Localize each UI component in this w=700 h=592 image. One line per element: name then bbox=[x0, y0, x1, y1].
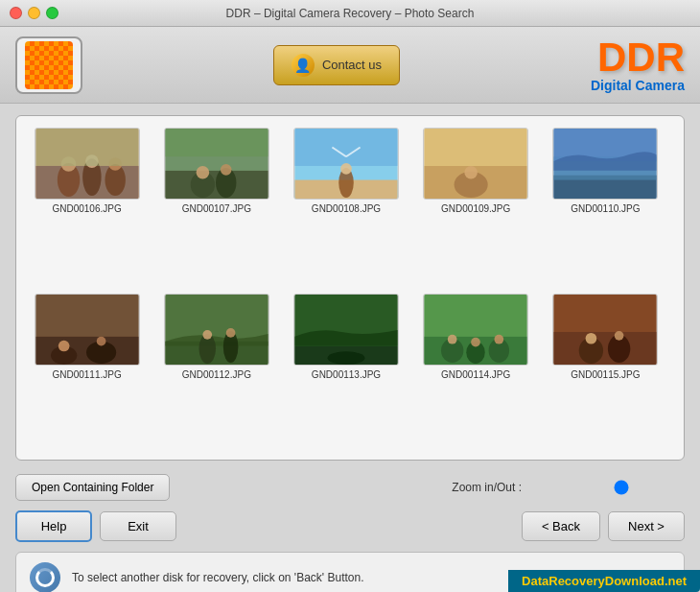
photo-filename: GND00113.JPG bbox=[312, 369, 381, 380]
photo-filename: GND00108.JPG bbox=[312, 203, 381, 214]
photo-thumbnail[interactable] bbox=[423, 294, 528, 366]
titlebar: DDR – Digital Camera Recovery – Photo Se… bbox=[0, 0, 700, 27]
exit-button[interactable]: Exit bbox=[100, 511, 176, 541]
watermark-text: DataRecoveryDownload.net bbox=[522, 574, 687, 588]
watermark: DataRecoveryDownload.net bbox=[508, 570, 700, 592]
nav-row: Help Exit < Back Next > bbox=[15, 510, 685, 542]
brand: DDR Digital Camera bbox=[591, 37, 685, 93]
photo-filename: GND00109.JPG bbox=[441, 203, 510, 214]
svg-point-28 bbox=[465, 166, 478, 179]
photo-grid[interactable]: GND00106.JPG GND00107.JPG GND00108.JPG G… bbox=[28, 128, 672, 448]
brand-sub: Digital Camera bbox=[591, 78, 685, 93]
list-item[interactable]: GND00114.JPG bbox=[417, 294, 535, 448]
photo-thumbnail[interactable] bbox=[293, 294, 399, 366]
zoom-label: Zoom in/Out : bbox=[452, 481, 522, 494]
help-button[interactable]: Help bbox=[15, 510, 92, 542]
svg-point-57 bbox=[448, 335, 457, 344]
list-item[interactable]: GND00111.JPG bbox=[28, 294, 146, 448]
svg-rect-62 bbox=[554, 295, 657, 332]
svg-rect-53 bbox=[425, 295, 527, 337]
svg-point-15 bbox=[221, 164, 232, 176]
list-item[interactable]: GND00107.JPG bbox=[157, 128, 275, 282]
photo-filename: GND00111.JPG bbox=[52, 369, 121, 380]
logo-box bbox=[15, 36, 82, 94]
open-folder-button[interactable]: Open Containing Folder bbox=[15, 474, 170, 501]
contact-button[interactable]: 👤 Contact us bbox=[273, 45, 400, 85]
minimize-button[interactable] bbox=[28, 7, 40, 19]
zoom-control: Zoom in/Out : bbox=[452, 481, 685, 494]
svg-rect-16 bbox=[165, 129, 268, 156]
info-message: To select another disk for recovery, cli… bbox=[72, 571, 364, 584]
photo-filename: GND00114.JPG bbox=[441, 369, 510, 380]
photo-thumbnail[interactable] bbox=[293, 128, 399, 200]
list-item[interactable]: GND00113.JPG bbox=[287, 294, 405, 448]
zoom-slider[interactable] bbox=[531, 485, 685, 489]
svg-point-45 bbox=[202, 330, 212, 340]
photo-thumbnail[interactable] bbox=[164, 128, 269, 200]
list-item[interactable]: GND00108.JPG bbox=[287, 128, 405, 282]
svg-rect-39 bbox=[35, 295, 138, 337]
maximize-button[interactable] bbox=[46, 7, 58, 19]
photo-filename: GND00107.JPG bbox=[182, 203, 251, 214]
photo-thumbnail[interactable] bbox=[164, 294, 269, 366]
photo-filename: GND00115.JPG bbox=[571, 369, 640, 380]
header: 👤 Contact us DDR Digital Camera bbox=[0, 27, 700, 104]
svg-point-66 bbox=[615, 331, 624, 341]
svg-point-38 bbox=[96, 337, 105, 346]
list-item[interactable]: GND00112.JPG bbox=[157, 294, 275, 448]
photo-filename: GND00106.JPG bbox=[52, 203, 121, 214]
window-title: DDR – Digital Camera Recovery – Photo Se… bbox=[226, 7, 475, 20]
logo-icon bbox=[25, 41, 73, 89]
svg-rect-19 bbox=[294, 129, 397, 166]
main-window: 👤 Contact us DDR Digital Camera GND00106… bbox=[0, 27, 700, 592]
photo-thumbnail[interactable] bbox=[35, 294, 140, 366]
svg-point-65 bbox=[586, 333, 597, 344]
brand-main: DDR bbox=[591, 37, 685, 78]
svg-point-46 bbox=[226, 328, 236, 338]
svg-point-37 bbox=[58, 341, 69, 352]
photo-filename: GND00112.JPG bbox=[182, 369, 251, 380]
photo-thumbnail[interactable] bbox=[552, 128, 658, 200]
photo-thumbnail[interactable] bbox=[35, 128, 140, 200]
svg-point-21 bbox=[340, 163, 352, 175]
svg-rect-27 bbox=[425, 129, 527, 166]
svg-rect-61 bbox=[554, 332, 657, 365]
close-button[interactable] bbox=[10, 7, 22, 19]
controls-row: Open Containing Folder Zoom in/Out : bbox=[15, 470, 685, 501]
svg-point-50 bbox=[328, 351, 365, 365]
svg-point-58 bbox=[471, 338, 480, 347]
list-item[interactable]: GND00106.JPG bbox=[28, 128, 146, 282]
list-item[interactable]: GND00110.JPG bbox=[547, 128, 665, 282]
content-area: GND00106.JPG GND00107.JPG GND00108.JPG G… bbox=[0, 104, 700, 592]
next-button[interactable]: Next > bbox=[608, 511, 685, 541]
photo-thumbnail[interactable] bbox=[423, 128, 528, 200]
contact-label: Contact us bbox=[322, 58, 382, 72]
info-icon bbox=[30, 562, 60, 592]
traffic-lights bbox=[10, 7, 58, 19]
back-button[interactable]: < Back bbox=[522, 511, 600, 541]
list-item[interactable]: GND00115.JPG bbox=[547, 294, 665, 448]
photo-panel: GND00106.JPG GND00107.JPG GND00108.JPG G… bbox=[15, 115, 685, 461]
list-item[interactable]: GND00109.JPG bbox=[417, 128, 535, 282]
photo-thumbnail[interactable] bbox=[552, 294, 658, 366]
info-icon-inner bbox=[35, 568, 55, 587]
svg-rect-8 bbox=[35, 129, 138, 166]
contact-icon: 👤 bbox=[292, 54, 315, 77]
photo-filename: GND00110.JPG bbox=[571, 203, 640, 214]
svg-point-59 bbox=[495, 335, 504, 344]
svg-point-14 bbox=[196, 166, 209, 179]
svg-rect-42 bbox=[165, 295, 268, 342]
